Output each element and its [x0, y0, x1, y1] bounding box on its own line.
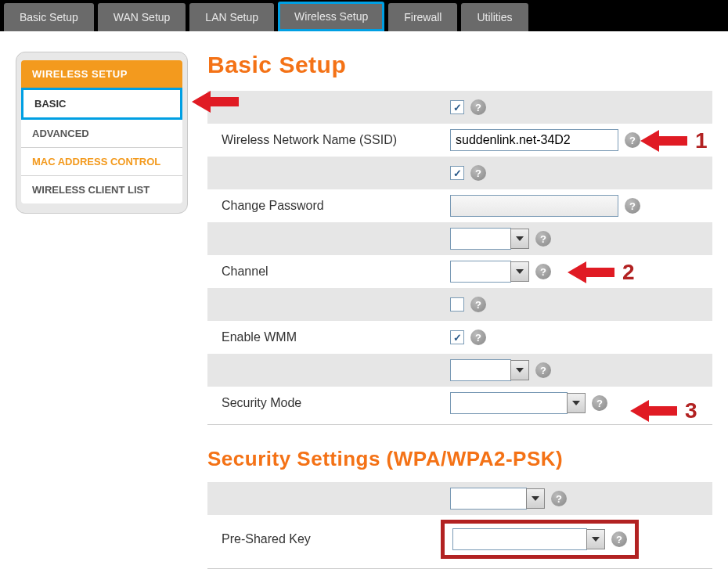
top-nav: Basic Setup WAN Setup LAN Setup Wireless…	[0, 0, 728, 31]
dropdown-icon[interactable]	[510, 261, 529, 282]
svg-marker-0	[192, 91, 239, 113]
row-security-mode: Security Mode ? 3	[207, 387, 712, 420]
page-title-security: Security Settings (WPA/WPA2-PSK)	[207, 447, 712, 471]
dropdown-icon[interactable]	[526, 488, 545, 509]
help-icon[interactable]: ?	[611, 531, 627, 547]
enable-wmm-checkbox[interactable]	[450, 330, 464, 344]
sidebar-item-mac-address[interactable]: MAC ADDRESS CONTROL	[21, 148, 182, 176]
row-encryption-header: ?	[207, 482, 712, 515]
help-icon[interactable]: ?	[625, 132, 640, 148]
mode-select[interactable]	[450, 228, 511, 250]
unknown-checkbox[interactable]	[450, 297, 464, 312]
svg-marker-7	[630, 400, 677, 422]
row-ssid: Wireless Network Name (SSID) ? 1	[207, 124, 712, 157]
row-channel: Channel ? 2	[207, 255, 712, 288]
row-enable-wireless-header: ?	[207, 91, 712, 124]
svg-marker-6	[572, 401, 580, 405]
security-mode-select[interactable]	[450, 392, 568, 414]
row-broadcast-header: ?	[207, 157, 712, 189]
security-header-select[interactable]	[450, 359, 511, 381]
encryption-select[interactable]	[450, 488, 527, 510]
help-icon[interactable]: ?	[535, 231, 551, 247]
sidebar-header: WIRELESS SETUP	[21, 60, 182, 88]
svg-marker-9	[592, 537, 600, 542]
svg-marker-8	[532, 496, 539, 501]
ssid-label: Wireless Network Name (SSID)	[207, 133, 450, 147]
svg-marker-2	[516, 236, 524, 241]
broadcast-ssid-checkbox[interactable]	[450, 166, 464, 180]
security-mode-label: Security Mode	[207, 396, 450, 410]
svg-marker-3	[516, 269, 524, 274]
annotation-arrow-3: 3	[630, 397, 697, 425]
help-icon[interactable]: ?	[535, 264, 551, 279]
row-mode-header: ?	[207, 222, 712, 255]
annotation-arrow-basic	[192, 88, 239, 116]
help-icon[interactable]: ?	[625, 198, 640, 214]
help-icon[interactable]: ?	[470, 165, 486, 181]
row-psk: Pre-Shared Key ?	[207, 515, 712, 564]
annotation-arrow-1: 1	[640, 127, 708, 155]
row-security-header: ?	[207, 354, 712, 387]
sidebar-item-client-list[interactable]: WIRELESS CLIENT LIST	[21, 176, 182, 203]
sidebar-item-advanced[interactable]: ADVANCED	[21, 120, 182, 148]
enable-wmm-label: Enable WMM	[207, 330, 450, 344]
sidebar: WIRELESS SETUP BASIC ADVANCED MAC ADDRES…	[16, 52, 188, 587]
channel-select[interactable]	[450, 261, 511, 283]
tab-wireless-setup[interactable]: Wireless Setup	[278, 2, 384, 31]
content-area: Basic Setup ? Wireless Network Name (SSI…	[207, 52, 712, 587]
help-icon[interactable]: ?	[470, 330, 486, 345]
psk-label: Pre-Shared Key	[207, 532, 450, 546]
svg-marker-5	[516, 368, 524, 373]
svg-marker-1	[640, 130, 687, 152]
dropdown-icon[interactable]	[510, 229, 529, 249]
tab-lan-setup[interactable]: LAN Setup	[189, 3, 274, 31]
tab-wan-setup[interactable]: WAN Setup	[98, 3, 186, 31]
change-password-label: Change Password	[207, 199, 450, 213]
dropdown-icon[interactable]	[567, 393, 586, 413]
annotation-arrow-2: 2	[568, 258, 635, 286]
sidebar-item-basic[interactable]: BASIC	[21, 88, 182, 120]
dropdown-icon[interactable]	[510, 360, 529, 380]
tab-firewall[interactable]: Firewall	[388, 3, 457, 31]
change-password-input[interactable]	[450, 195, 618, 217]
ssid-input[interactable]	[450, 129, 618, 151]
help-icon[interactable]: ?	[551, 491, 567, 506]
row-change-password: Change Password ?	[207, 189, 712, 222]
tab-basic-setup[interactable]: Basic Setup	[4, 3, 94, 31]
tab-utilities[interactable]: Utilities	[461, 3, 528, 31]
channel-label: Channel	[207, 265, 450, 279]
help-icon[interactable]: ?	[470, 99, 486, 115]
dropdown-icon[interactable]	[586, 529, 605, 549]
help-icon[interactable]: ?	[470, 297, 486, 312]
psk-select[interactable]	[452, 528, 587, 550]
page-title-basic: Basic Setup	[207, 52, 712, 78]
enable-wireless-checkbox[interactable]	[450, 100, 464, 114]
row-wmm-header: ?	[207, 288, 712, 321]
divider	[207, 568, 712, 569]
row-enable-wmm: Enable WMM ?	[207, 321, 712, 354]
help-icon[interactable]: ?	[592, 395, 607, 411]
svg-marker-4	[568, 261, 614, 283]
psk-highlight: ?	[441, 520, 639, 559]
help-icon[interactable]: ?	[535, 362, 551, 378]
